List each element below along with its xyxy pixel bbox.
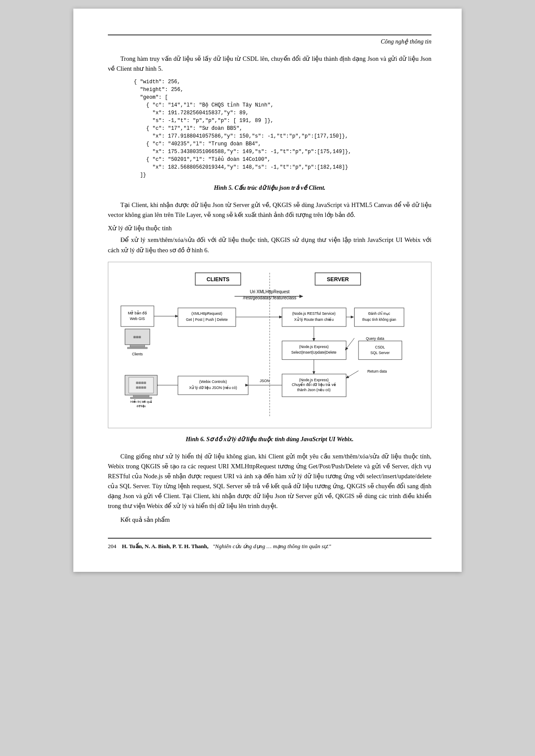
nodejs-express2-label3: thành Json (nếu có) — [297, 387, 330, 392]
spatial-index-label2: thuộc tính không gian — [362, 317, 396, 321]
svg-rect-8 — [130, 345, 145, 347]
paragraph2: Tại Client, khi nhận được dữ liệu Json t… — [108, 200, 431, 220]
diagram-svg: CLIENTS SERVER Uri XMLHttpRequest /rest/… — [113, 269, 427, 421]
xmlhttp-label2: Get | Post | Push | Delete — [186, 317, 228, 321]
svg-rect-9 — [127, 347, 147, 349]
return-label: Return data — [368, 369, 387, 373]
csdl-label2: SQL Server — [370, 351, 390, 355]
svg-rect-28 — [129, 377, 153, 393]
query-label: Query data — [366, 336, 384, 340]
page: Công nghệ thông tin Trong hàm truy vấn d… — [73, 9, 462, 572]
section-heading2: Kết quả sản phẩm — [108, 515, 431, 525]
nodejs-express1-label1: (Node.js Express) — [299, 345, 329, 349]
uri-path: /rest/geodatas/:featureclass — [243, 295, 296, 300]
nodejs-express1-label2: Select|Insert|Update|Delete — [291, 350, 337, 354]
svg-rect-20 — [359, 341, 402, 359]
footer-title: "Nghiên cứu ứng dụng … mạng thông tin qu… — [213, 543, 331, 549]
webgis-label1: Mở bản đồ — [128, 311, 147, 315]
footer-authors: H. Tuấn, N. A. Bình, P. T. H. Thanh, — [122, 543, 209, 549]
svg-line-19 — [345, 338, 354, 350]
webgis-label2: Web GIS — [130, 316, 145, 320]
server-label: SERVER — [327, 276, 349, 282]
svg-rect-15 — [354, 308, 404, 326]
display-label2: dữ liệu — [137, 405, 146, 408]
webix-label1: (Webix Controls) — [199, 380, 227, 384]
nodejs-restful-label1: (Node.js RESTful Service) — [292, 311, 336, 316]
svg-text:⊞⊞⊞: ⊞⊞⊞ — [133, 336, 141, 339]
body-content: Trong hàm truy vấn dữ liệu sẽ lấy dữ liệ… — [108, 54, 431, 525]
spatial-index-label1: Đánh chỉ mục — [368, 311, 390, 316]
page-footer: 204 H. Tuấn, N. A. Bình, P. T. H. Thanh,… — [108, 538, 431, 551]
paragraph4: Cũng giống như xử lý hiển thị dữ liệu kh… — [108, 452, 431, 511]
uri-label: Uri XMLHttpRequest — [250, 289, 290, 294]
svg-line-21 — [346, 370, 359, 378]
intro-paragraph: Trong hàm truy vấn dữ liệu sẽ lấy dữ liệ… — [108, 54, 431, 74]
paragraph3: Để xử lý xem/thêm/xóa/sửa đối với dữ liệ… — [108, 235, 431, 255]
xmlhttp-label1: (XMLHttpRequest) — [192, 311, 222, 316]
nodejs-express2-label1: (Node.js Express) — [299, 377, 329, 382]
figure5-caption: Hình 5. Cấu trúc dữ liệu json trả về Cli… — [108, 183, 431, 193]
svg-text:⊞⊞⊞⊞: ⊞⊞⊞⊞ — [136, 386, 146, 389]
clients-node-label: Clients — [132, 352, 143, 356]
figure6-caption: Hình 6. Sơ đồ xử lý dữ liệu thuộc tính d… — [108, 435, 431, 444]
json-label: JSON — [260, 379, 270, 383]
svg-rect-31 — [133, 395, 149, 397]
code-block: { "width": 256, "height": 256, "geom": [… — [134, 78, 431, 179]
page-header: Công nghệ thông tin — [108, 35, 431, 45]
webix-label2: Xử lý dữ liệu JSON (nếu có) — [189, 385, 237, 389]
clients-label: CLIENTS — [207, 276, 230, 282]
section-title: Công nghệ thông tin — [381, 38, 431, 45]
page-number: 204 — [108, 543, 116, 549]
footer-content: 204 H. Tuấn, N. A. Bình, P. T. H. Thanh,… — [108, 542, 431, 551]
svg-rect-32 — [130, 397, 152, 399]
nodejs-restful-label2: Xử lý Route tham chiếu — [294, 317, 334, 321]
section-heading: Xử lý dữ liệu thuộc tính — [108, 223, 431, 233]
csdl-label1: CSDL — [375, 345, 385, 349]
svg-text:⊞⊞⊞⊞: ⊞⊞⊞⊞ — [136, 381, 146, 384]
display-label1: Hiển thị kết quả — [130, 399, 152, 404]
nodejs-express2-label2: Chuyển đổi dữ liệu trả về — [292, 382, 336, 387]
figure6-diagram: CLIENTS SERVER Uri XMLHttpRequest /rest/… — [108, 262, 431, 428]
